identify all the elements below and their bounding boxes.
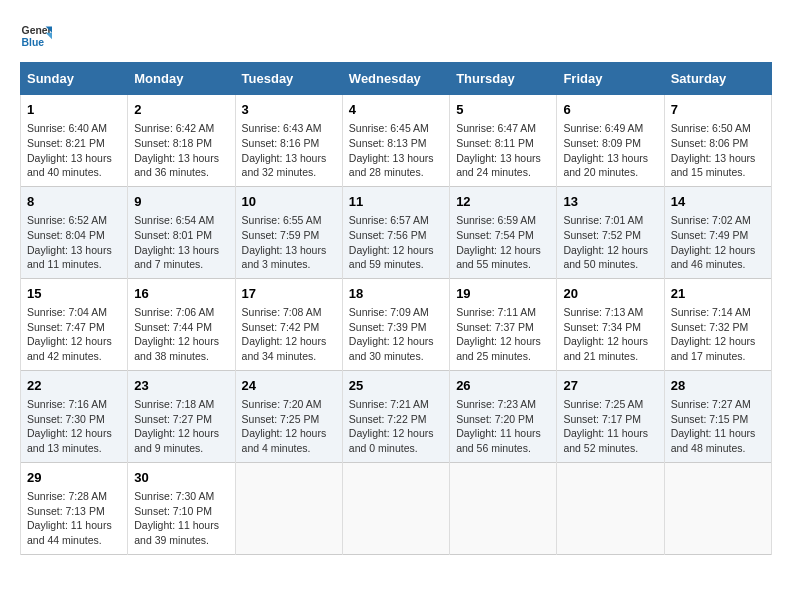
calendar-cell: 20Sunrise: 7:13 AM Sunset: 7:34 PM Dayli… [557, 278, 664, 370]
weekday-header: Friday [557, 63, 664, 95]
calendar-week-row: 1Sunrise: 6:40 AM Sunset: 8:21 PM Daylig… [21, 95, 772, 187]
calendar-cell: 30Sunrise: 7:30 AM Sunset: 7:10 PM Dayli… [128, 462, 235, 554]
day-number: 8 [27, 193, 121, 211]
svg-text:Blue: Blue [22, 37, 45, 48]
day-number: 15 [27, 285, 121, 303]
day-info: Sunrise: 7:14 AM Sunset: 7:32 PM Dayligh… [671, 305, 765, 364]
day-info: Sunrise: 6:57 AM Sunset: 7:56 PM Dayligh… [349, 213, 443, 272]
calendar-week-row: 8Sunrise: 6:52 AM Sunset: 8:04 PM Daylig… [21, 186, 772, 278]
day-number: 18 [349, 285, 443, 303]
calendar-cell [450, 462, 557, 554]
day-info: Sunrise: 7:01 AM Sunset: 7:52 PM Dayligh… [563, 213, 657, 272]
logo-icon: General Blue [20, 20, 52, 52]
day-info: Sunrise: 6:45 AM Sunset: 8:13 PM Dayligh… [349, 121, 443, 180]
calendar-cell: 19Sunrise: 7:11 AM Sunset: 7:37 PM Dayli… [450, 278, 557, 370]
calendar-cell: 1Sunrise: 6:40 AM Sunset: 8:21 PM Daylig… [21, 95, 128, 187]
day-info: Sunrise: 6:54 AM Sunset: 8:01 PM Dayligh… [134, 213, 228, 272]
day-info: Sunrise: 7:20 AM Sunset: 7:25 PM Dayligh… [242, 397, 336, 456]
calendar-cell: 5Sunrise: 6:47 AM Sunset: 8:11 PM Daylig… [450, 95, 557, 187]
day-info: Sunrise: 6:49 AM Sunset: 8:09 PM Dayligh… [563, 121, 657, 180]
day-number: 22 [27, 377, 121, 395]
day-number: 21 [671, 285, 765, 303]
day-number: 9 [134, 193, 228, 211]
day-info: Sunrise: 6:55 AM Sunset: 7:59 PM Dayligh… [242, 213, 336, 272]
calendar-cell: 4Sunrise: 6:45 AM Sunset: 8:13 PM Daylig… [342, 95, 449, 187]
calendar-table: SundayMondayTuesdayWednesdayThursdayFrid… [20, 62, 772, 555]
calendar-cell [235, 462, 342, 554]
calendar-cell: 10Sunrise: 6:55 AM Sunset: 7:59 PM Dayli… [235, 186, 342, 278]
calendar-cell [342, 462, 449, 554]
day-number: 23 [134, 377, 228, 395]
day-info: Sunrise: 6:42 AM Sunset: 8:18 PM Dayligh… [134, 121, 228, 180]
day-number: 27 [563, 377, 657, 395]
calendar-cell: 21Sunrise: 7:14 AM Sunset: 7:32 PM Dayli… [664, 278, 771, 370]
day-info: Sunrise: 7:11 AM Sunset: 7:37 PM Dayligh… [456, 305, 550, 364]
day-number: 16 [134, 285, 228, 303]
calendar-cell: 16Sunrise: 7:06 AM Sunset: 7:44 PM Dayli… [128, 278, 235, 370]
calendar-cell: 11Sunrise: 6:57 AM Sunset: 7:56 PM Dayli… [342, 186, 449, 278]
day-info: Sunrise: 7:30 AM Sunset: 7:10 PM Dayligh… [134, 489, 228, 548]
day-number: 20 [563, 285, 657, 303]
day-info: Sunrise: 7:23 AM Sunset: 7:20 PM Dayligh… [456, 397, 550, 456]
calendar-cell: 28Sunrise: 7:27 AM Sunset: 7:15 PM Dayli… [664, 370, 771, 462]
weekday-header: Saturday [664, 63, 771, 95]
day-number: 14 [671, 193, 765, 211]
day-number: 5 [456, 101, 550, 119]
calendar-cell: 17Sunrise: 7:08 AM Sunset: 7:42 PM Dayli… [235, 278, 342, 370]
day-number: 13 [563, 193, 657, 211]
calendar-cell: 3Sunrise: 6:43 AM Sunset: 8:16 PM Daylig… [235, 95, 342, 187]
day-number: 7 [671, 101, 765, 119]
day-number: 19 [456, 285, 550, 303]
day-info: Sunrise: 7:08 AM Sunset: 7:42 PM Dayligh… [242, 305, 336, 364]
calendar-cell: 26Sunrise: 7:23 AM Sunset: 7:20 PM Dayli… [450, 370, 557, 462]
day-info: Sunrise: 7:21 AM Sunset: 7:22 PM Dayligh… [349, 397, 443, 456]
day-number: 3 [242, 101, 336, 119]
day-info: Sunrise: 7:18 AM Sunset: 7:27 PM Dayligh… [134, 397, 228, 456]
day-info: Sunrise: 7:02 AM Sunset: 7:49 PM Dayligh… [671, 213, 765, 272]
calendar-cell: 22Sunrise: 7:16 AM Sunset: 7:30 PM Dayli… [21, 370, 128, 462]
day-number: 24 [242, 377, 336, 395]
day-info: Sunrise: 6:47 AM Sunset: 8:11 PM Dayligh… [456, 121, 550, 180]
calendar-cell: 29Sunrise: 7:28 AM Sunset: 7:13 PM Dayli… [21, 462, 128, 554]
day-number: 30 [134, 469, 228, 487]
weekday-header: Tuesday [235, 63, 342, 95]
day-number: 29 [27, 469, 121, 487]
day-info: Sunrise: 7:27 AM Sunset: 7:15 PM Dayligh… [671, 397, 765, 456]
calendar-cell: 18Sunrise: 7:09 AM Sunset: 7:39 PM Dayli… [342, 278, 449, 370]
weekday-header: Thursday [450, 63, 557, 95]
calendar-week-row: 15Sunrise: 7:04 AM Sunset: 7:47 PM Dayli… [21, 278, 772, 370]
day-info: Sunrise: 7:16 AM Sunset: 7:30 PM Dayligh… [27, 397, 121, 456]
day-number: 25 [349, 377, 443, 395]
day-info: Sunrise: 7:04 AM Sunset: 7:47 PM Dayligh… [27, 305, 121, 364]
day-number: 26 [456, 377, 550, 395]
day-number: 2 [134, 101, 228, 119]
calendar-cell: 7Sunrise: 6:50 AM Sunset: 8:06 PM Daylig… [664, 95, 771, 187]
calendar-cell: 12Sunrise: 6:59 AM Sunset: 7:54 PM Dayli… [450, 186, 557, 278]
calendar-week-row: 22Sunrise: 7:16 AM Sunset: 7:30 PM Dayli… [21, 370, 772, 462]
day-info: Sunrise: 6:59 AM Sunset: 7:54 PM Dayligh… [456, 213, 550, 272]
day-number: 11 [349, 193, 443, 211]
day-info: Sunrise: 7:06 AM Sunset: 7:44 PM Dayligh… [134, 305, 228, 364]
day-number: 6 [563, 101, 657, 119]
day-number: 28 [671, 377, 765, 395]
day-number: 10 [242, 193, 336, 211]
day-info: Sunrise: 6:43 AM Sunset: 8:16 PM Dayligh… [242, 121, 336, 180]
calendar-cell: 23Sunrise: 7:18 AM Sunset: 7:27 PM Dayli… [128, 370, 235, 462]
weekday-header-row: SundayMondayTuesdayWednesdayThursdayFrid… [21, 63, 772, 95]
calendar-cell: 8Sunrise: 6:52 AM Sunset: 8:04 PM Daylig… [21, 186, 128, 278]
day-info: Sunrise: 6:50 AM Sunset: 8:06 PM Dayligh… [671, 121, 765, 180]
day-info: Sunrise: 7:28 AM Sunset: 7:13 PM Dayligh… [27, 489, 121, 548]
calendar-week-row: 29Sunrise: 7:28 AM Sunset: 7:13 PM Dayli… [21, 462, 772, 554]
calendar-cell: 6Sunrise: 6:49 AM Sunset: 8:09 PM Daylig… [557, 95, 664, 187]
calendar-cell: 13Sunrise: 7:01 AM Sunset: 7:52 PM Dayli… [557, 186, 664, 278]
day-info: Sunrise: 6:40 AM Sunset: 8:21 PM Dayligh… [27, 121, 121, 180]
day-number: 4 [349, 101, 443, 119]
day-info: Sunrise: 7:09 AM Sunset: 7:39 PM Dayligh… [349, 305, 443, 364]
day-number: 1 [27, 101, 121, 119]
weekday-header: Monday [128, 63, 235, 95]
day-number: 17 [242, 285, 336, 303]
calendar-cell: 2Sunrise: 6:42 AM Sunset: 8:18 PM Daylig… [128, 95, 235, 187]
logo: General Blue [20, 20, 52, 52]
day-number: 12 [456, 193, 550, 211]
weekday-header: Wednesday [342, 63, 449, 95]
